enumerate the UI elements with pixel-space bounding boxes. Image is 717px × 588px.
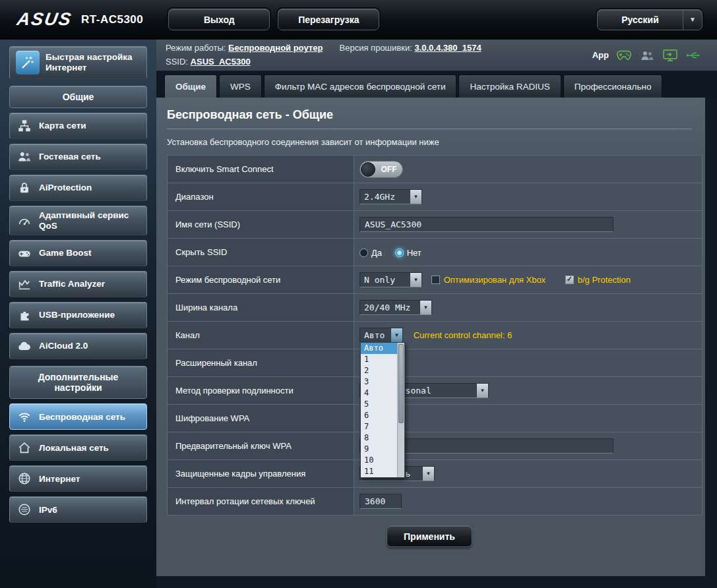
- info-line-2: SSID: ASUS_AC5300: [166, 55, 482, 69]
- table-row: Включить Smart Connect OFF: [168, 156, 702, 183]
- smart-connect-toggle[interactable]: OFF: [359, 161, 403, 178]
- dropdown-option[interactable]: 7: [361, 421, 397, 432]
- sidebar-item-network-map[interactable]: Карта сети: [9, 113, 147, 139]
- form-label: Интервал ротации сетевых ключей: [168, 488, 354, 515]
- users-icon[interactable]: [639, 49, 655, 62]
- form-label: Имя сети (SSID): [168, 211, 354, 239]
- system-info: Режим работы: Беспроводной роутер Версия…: [166, 42, 482, 68]
- form-label: Диапазон: [168, 183, 354, 211]
- tab-general[interactable]: Общие: [164, 74, 217, 98]
- hide-ssid-radio-yes[interactable]: Да: [359, 248, 382, 258]
- ssid-input[interactable]: ASUS_AC5300: [359, 217, 613, 232]
- top-bar: ASUS RT-AC5300 Выход Перезагрузка Русски…: [0, 0, 717, 40]
- sidebar-item-label: Локальная сеть: [39, 443, 109, 454]
- dropdown-option[interactable]: 1: [361, 354, 397, 365]
- dropdown-option[interactable]: 9: [361, 444, 397, 455]
- settings-table: Включить Smart Connect OFF Диапазон: [167, 155, 702, 515]
- chevron-down-icon: ▼: [420, 301, 431, 314]
- firmware-label: Версия прошивки:: [340, 43, 412, 53]
- gauge-icon: [16, 212, 33, 229]
- dropdown-option[interactable]: 4: [361, 388, 397, 399]
- channel-bandwidth-select[interactable]: 20/40 MHz ▼: [359, 300, 432, 315]
- band-select[interactable]: 2.4GHz ▼: [359, 189, 422, 204]
- ssid-value-link[interactable]: ASUS_AC5300: [191, 57, 251, 67]
- game-controller-icon[interactable]: [616, 49, 632, 62]
- sidebar-item-usb-application[interactable]: USB-приложение: [9, 302, 147, 328]
- table-row: Интервал ротации сетевых ключей 3600: [168, 488, 702, 515]
- wifi-icon: [16, 408, 33, 425]
- mode-value-link[interactable]: Беспроводной роутер: [228, 43, 323, 53]
- table-row: Защищенные кадры управления Выключить ▼: [168, 460, 702, 488]
- apply-button[interactable]: Применить: [387, 525, 472, 547]
- sidebar-item-adaptive-qos[interactable]: Адаптивный сервис QoS: [9, 206, 147, 235]
- chart-icon: [16, 276, 33, 293]
- form-label: Предварительный ключ WPA: [168, 432, 354, 460]
- tab-professional[interactable]: Профессионально: [563, 74, 663, 98]
- app-label: App: [592, 50, 609, 60]
- sidebar: Быстрая настройка Интернет Общие Карта с…: [0, 40, 156, 588]
- sidebar-item-label: Беспроводная сеть: [39, 412, 125, 423]
- dropdown-option[interactable]: 8: [361, 432, 397, 444]
- radio-icon: [359, 249, 368, 257]
- sidebar-item-internet[interactable]: Интернет: [9, 465, 147, 492]
- dropdown-option[interactable]: 11: [361, 466, 397, 477]
- dropdown-option[interactable]: 6: [361, 410, 397, 421]
- chevron-down-icon: ▼: [422, 467, 434, 481]
- channel-select[interactable]: Авто ▼: [359, 328, 403, 343]
- network-map-icon: [16, 117, 33, 134]
- tab-bar: Общие WPS Фильтр MAC адресов беспроводно…: [156, 71, 717, 98]
- form-label: Метод проверки подлинности: [168, 377, 354, 405]
- app-icons-zone: App: [592, 49, 708, 62]
- usb-icon[interactable]: [685, 49, 701, 62]
- sidebar-item-quick-setup[interactable]: Быстрая настройка Интернет: [9, 46, 147, 79]
- table-row: Метод проверки подлинности WPA2-Personal…: [168, 377, 702, 405]
- dropdown-option[interactable]: 2: [361, 365, 397, 376]
- sidebar-item-guest-network[interactable]: Гостевая сеть: [9, 144, 147, 170]
- content-column: Режим работы: Беспроводной роутер Версия…: [156, 40, 717, 588]
- sidebar-item-aicloud[interactable]: AiCloud 2.0: [9, 333, 147, 359]
- dropdown-option[interactable]: Авто: [361, 343, 397, 354]
- radio-label: Да: [371, 248, 382, 258]
- sidebar-item-label: Game Boost: [39, 248, 92, 258]
- dropdown-option[interactable]: 10: [361, 455, 397, 466]
- form-label: Расширенный канал: [168, 349, 354, 377]
- chevron-down-icon: ▼: [410, 190, 421, 204]
- sidebar-item-label: AiCloud 2.0: [39, 341, 88, 351]
- dropdown-scrollbar[interactable]: [397, 343, 404, 477]
- checkbox-label: b/g Protection: [578, 275, 631, 285]
- rekey-interval-input[interactable]: 3600: [359, 494, 402, 509]
- dropdown-option[interactable]: 5: [361, 399, 397, 410]
- screen-share-icon[interactable]: [662, 49, 678, 62]
- dropdown-option[interactable]: 3: [361, 376, 397, 388]
- language-label: Русский: [598, 15, 683, 25]
- language-select[interactable]: Русский ▼: [597, 9, 702, 30]
- logout-button[interactable]: Выход: [168, 9, 270, 30]
- form-label: Скрыть SSID: [168, 239, 354, 266]
- sidebar-item-wireless[interactable]: Беспроводная сеть: [9, 403, 147, 430]
- sidebar-item-game-boost[interactable]: Game Boost: [9, 240, 147, 266]
- sidebar-item-traffic-analyzer[interactable]: Traffic Analyzer: [9, 271, 147, 297]
- chevron-down-icon: ▼: [390, 328, 402, 342]
- bg-protection-checkbox[interactable]: b/g Protection: [565, 275, 631, 285]
- toggle-knob-icon: [361, 162, 375, 177]
- band-select-value: 2.4GHz: [360, 190, 410, 204]
- router-admin-page: ASUS RT-AC5300 Выход Перезагрузка Русски…: [0, 0, 717, 588]
- asus-logo: ASUS: [15, 9, 73, 30]
- hide-ssid-radio-no[interactable]: Нет: [395, 248, 421, 258]
- reboot-button[interactable]: Перезагрузка: [278, 9, 379, 30]
- sidebar-item-label: Быстрая настройка Интернет: [46, 52, 140, 73]
- sidebar-section-general: Общие: [9, 86, 147, 108]
- current-channel-note: Current control channel: 6: [414, 330, 513, 340]
- sidebar-item-label: USB-приложение: [39, 310, 115, 320]
- xbox-optimized-checkbox[interactable]: Оптимизирован для Xbox: [431, 275, 546, 285]
- wireless-mode-select[interactable]: N only ▼: [359, 272, 422, 287]
- channel-dropdown-options: Авто 1 2 3 4 5 6 7 8 9 10 11: [361, 343, 397, 477]
- tab-radius[interactable]: Настройка RADIUS: [458, 74, 561, 98]
- sidebar-item-aiprotection[interactable]: AiProtection: [9, 175, 147, 201]
- firmware-value-link[interactable]: 3.0.0.4.380_1574: [414, 43, 481, 53]
- sidebar-item-ipv6[interactable]: IPv6: [9, 496, 147, 523]
- tab-mac-filter[interactable]: Фильтр MAC адресов беспроводной сети: [264, 74, 457, 98]
- scrollbar-thumb[interactable]: [398, 344, 404, 423]
- tab-wps[interactable]: WPS: [219, 74, 262, 98]
- sidebar-item-lan[interactable]: Локальная сеть: [9, 434, 147, 461]
